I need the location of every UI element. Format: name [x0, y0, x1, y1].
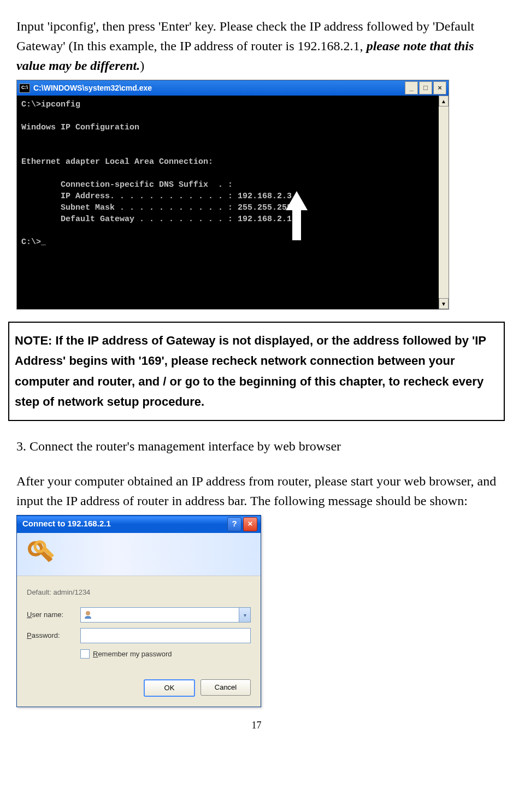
username-label: User name:	[27, 609, 80, 620]
auth-titlebar: Connect to 192.168.2.1 ? ×	[17, 515, 261, 533]
cmd-content-wrap: C:\>ipconfig Windows IP Configuration Et…	[17, 96, 449, 309]
help-button[interactable]: ?	[227, 517, 241, 531]
username-input[interactable]: ▾	[80, 607, 251, 623]
password-row: Password:	[27, 628, 251, 643]
remember-row: Remember my password	[80, 649, 251, 660]
auth-default-text: Default: admin/1234	[27, 587, 251, 598]
auth-title: Connect to 192.168.2.1	[20, 518, 227, 530]
gateway-arrow-icon	[286, 191, 308, 246]
auth-window-controls: ? ×	[227, 517, 257, 531]
minimize-button[interactable]: _	[405, 81, 418, 94]
password-input[interactable]	[80, 628, 251, 643]
remember-label: Remember my password	[93, 649, 172, 660]
page-number: 17	[16, 718, 497, 733]
auth-body: Default: admin/1234 User name: ▾ Passwor…	[17, 576, 261, 707]
cmd-prompt-icon: C:\	[19, 84, 30, 93]
auth-buttons: OK Cancel	[27, 679, 251, 697]
intro-paragraph: Input 'ipconfig', then press 'Enter' key…	[16, 16, 497, 75]
window-controls: _ □ ×	[405, 81, 446, 94]
scroll-down-button[interactable]: ▼	[439, 298, 449, 309]
scroll-up-button[interactable]: ▲	[439, 96, 449, 106]
svg-marker-0	[286, 191, 308, 240]
cmd-window: C:\ C:\WINDOWS\system32\cmd.exe _ □ × C:…	[16, 80, 449, 310]
auth-dialog: Connect to 192.168.2.1 ? × Default: admi…	[16, 515, 261, 707]
close-button[interactable]: ×	[243, 517, 257, 531]
cmd-scrollbar[interactable]: ▲ ▼	[439, 96, 449, 309]
cmd-output: C:\>ipconfig Windows IP Configuration Et…	[17, 96, 439, 309]
maximize-button[interactable]: □	[419, 81, 432, 94]
step3-heading: 3. Connect the router's management inter…	[16, 436, 497, 456]
scroll-track[interactable]	[439, 106, 449, 298]
ok-button[interactable]: OK	[144, 679, 195, 697]
auth-banner	[17, 533, 261, 576]
cmd-title: C:\WINDOWS\system32\cmd.exe	[33, 82, 405, 94]
password-label: Password:	[27, 630, 80, 641]
step3-body: After your computer obtained an IP addre…	[16, 471, 497, 511]
remember-checkbox[interactable]	[80, 649, 90, 659]
intro-part3: )	[140, 58, 144, 73]
cmd-titlebar: C:\ C:\WINDOWS\system32\cmd.exe _ □ ×	[17, 80, 449, 96]
user-icon	[83, 610, 93, 620]
keys-icon	[26, 539, 56, 570]
cancel-button[interactable]: Cancel	[201, 679, 251, 696]
close-button[interactable]: ×	[433, 81, 446, 94]
note-box: NOTE: If the IP address of Gateway is no…	[8, 322, 505, 421]
dropdown-arrow-icon[interactable]: ▾	[239, 608, 250, 622]
svg-point-6	[86, 611, 90, 615]
username-row: User name: ▾	[27, 607, 251, 623]
